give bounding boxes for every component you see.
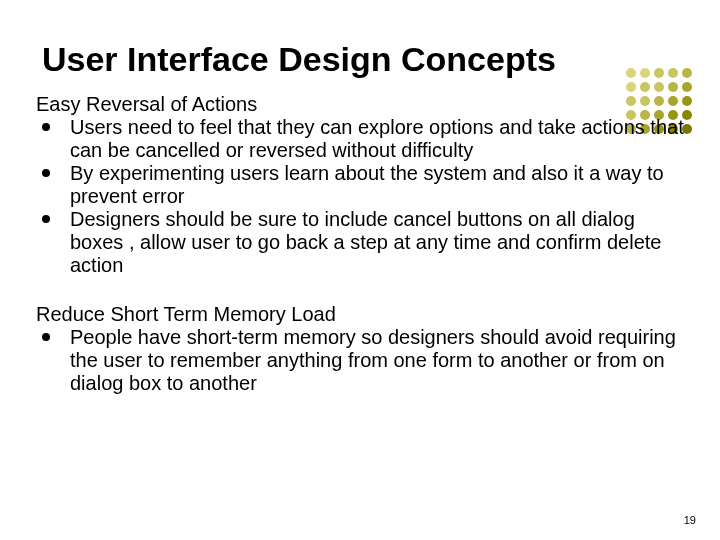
- section1-bullets: Users need to feel that they can explore…: [36, 116, 684, 277]
- slide-body: Easy Reversal of Actions Users need to f…: [36, 93, 684, 395]
- page-number: 19: [684, 514, 696, 526]
- bullet-text: People have short-term memory so designe…: [70, 326, 676, 394]
- slide-title: User Interface Design Concepts: [42, 40, 684, 79]
- list-item: People have short-term memory so designe…: [36, 326, 684, 395]
- bullet-text: Users need to feel that they can explore…: [70, 116, 684, 161]
- slide: User Interface Design Concepts Easy Reve…: [0, 0, 720, 540]
- list-item: Users need to feel that they can explore…: [36, 116, 684, 162]
- bullet-text: By experimenting users learn about the s…: [70, 162, 664, 207]
- section1-heading: Easy Reversal of Actions: [36, 93, 684, 116]
- bullet-text: Designers should be sure to include canc…: [70, 208, 661, 276]
- section2-heading: Reduce Short Term Memory Load: [36, 303, 684, 326]
- list-item: Designers should be sure to include canc…: [36, 208, 684, 277]
- section2-bullets: People have short-term memory so designe…: [36, 326, 684, 395]
- slide-content: User Interface Design Concepts Easy Reve…: [36, 40, 684, 395]
- list-item: By experimenting users learn about the s…: [36, 162, 684, 208]
